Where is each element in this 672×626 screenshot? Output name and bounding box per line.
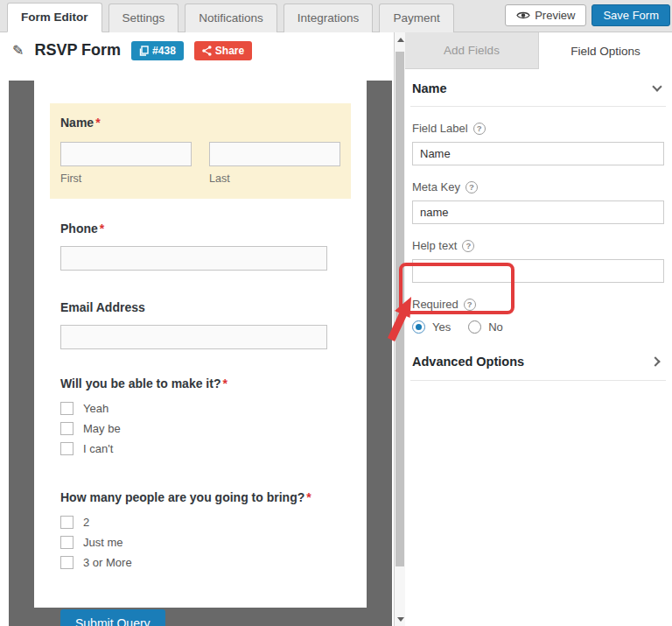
phone-input[interactable] — [60, 246, 327, 271]
checkbox-maybe[interactable] — [60, 422, 74, 435]
tab-payment[interactable]: Payment — [379, 4, 453, 32]
checkbox-cant-label: I can't — [83, 442, 113, 455]
edit-pencil-icon[interactable]: ✎ — [12, 42, 24, 59]
required-label: Required — [412, 298, 458, 311]
field-section-title: Name — [412, 81, 447, 95]
field-attendance[interactable]: Will you be able to make it?* Yeah May b… — [60, 376, 340, 455]
required-asterisk: * — [95, 116, 100, 130]
tab-integrations[interactable]: Integrations — [284, 4, 374, 32]
preview-scrollbar[interactable] — [394, 32, 405, 626]
help-icon[interactable]: ? — [464, 299, 476, 311]
checkbox-justme-label: Just me — [83, 536, 123, 549]
field-people-count[interactable]: How many people are you going to bring?*… — [60, 490, 340, 569]
phone-field-label-text: Phone — [60, 222, 98, 236]
last-name-sublabel: Last — [209, 172, 340, 185]
form-editor-workspace: ✎ RSVP Form #438 — [0, 32, 394, 626]
checkbox-option-row: Just me — [60, 535, 340, 549]
checkbox-threeormore-label: 3 or More — [83, 556, 132, 569]
scrollbar-up-arrow[interactable] — [397, 38, 404, 42]
preview-button[interactable]: Preview — [505, 4, 586, 26]
required-yes-label: Yes — [432, 320, 451, 334]
checkbox-threeormore[interactable] — [60, 556, 74, 569]
required-asterisk: * — [222, 376, 227, 390]
tab-form-editor[interactable]: Form Editor — [7, 3, 102, 32]
checkbox-maybe-label: May be — [83, 422, 121, 435]
copy-icon — [139, 46, 149, 56]
first-name-sublabel: First — [60, 172, 192, 185]
name-field-label: Name* — [60, 116, 340, 130]
scrollbar-thumb[interactable] — [396, 52, 404, 566]
field-name-selected[interactable]: Name* First Last — [50, 103, 351, 199]
advanced-options-title: Advanced Options — [412, 355, 524, 369]
help-text-group: Help text ? — [410, 239, 666, 283]
email-input[interactable] — [60, 325, 327, 349]
checkbox-yeah-label: Yeah — [83, 402, 108, 415]
share-button-label: Share — [215, 45, 244, 57]
checkbox-option-row: I can't — [60, 441, 340, 455]
form-title: RSVP Form — [34, 41, 121, 60]
attendance-field-label-text: Will you be able to make it? — [60, 376, 220, 390]
field-section-header[interactable]: Name — [410, 80, 666, 107]
people-field-label: How many people are you going to bring?* — [60, 490, 340, 504]
tab-notifications[interactable]: Notifications — [185, 4, 277, 32]
help-text-input[interactable] — [412, 259, 664, 283]
chevron-down-icon — [652, 81, 662, 91]
checkbox-yeah[interactable] — [60, 402, 74, 415]
first-name-input[interactable] — [60, 142, 192, 166]
required-no-radio[interactable] — [468, 320, 481, 334]
share-icon — [202, 46, 212, 56]
meta-key-group: Meta Key ? — [410, 180, 666, 224]
help-text-label: Help text — [412, 239, 457, 252]
form-id-badge[interactable]: #438 — [131, 41, 184, 60]
attendance-field-label: Will you be able to make it?* — [60, 376, 340, 390]
field-label-input[interactable] — [412, 142, 664, 165]
required-asterisk: * — [306, 490, 311, 504]
last-name-input[interactable] — [209, 142, 340, 166]
tab-settings[interactable]: Settings — [108, 4, 179, 32]
preview-button-label: Preview — [535, 9, 575, 22]
phone-field-label: Phone* — [60, 222, 340, 236]
form-title-row: ✎ RSVP Form #438 — [0, 32, 394, 68]
name-field-label-text: Name — [60, 116, 94, 130]
checkbox-option-row: 3 or More — [60, 555, 340, 569]
scrollbar-down-arrow[interactable] — [397, 617, 404, 622]
form-preview-stage: Name* First Last — [9, 81, 392, 626]
meta-key-input[interactable] — [412, 200, 664, 224]
checkbox-option-row: 2 — [60, 515, 340, 529]
field-options-panel: Add Fields Field Options Name Field Labe… — [405, 32, 672, 626]
required-yes-radio[interactable] — [412, 320, 425, 334]
advanced-options-header[interactable]: Advanced Options — [410, 353, 666, 381]
form-preview-card: Name* First Last — [34, 81, 367, 608]
required-group: Required ? Yes No — [410, 298, 666, 334]
submit-query-button[interactable]: Submit Query — [60, 609, 165, 626]
field-label-group: Field Label ? — [410, 122, 666, 165]
required-no-label: No — [488, 320, 503, 334]
field-label-label: Field Label — [412, 122, 468, 135]
top-tab-bar: Form Editor Settings Notifications Integ… — [0, 0, 672, 32]
field-email[interactable]: Email Address — [60, 300, 340, 349]
help-icon[interactable]: ? — [466, 181, 478, 193]
checkbox-two-label: 2 — [83, 516, 89, 529]
save-form-button[interactable]: Save Form — [592, 4, 670, 26]
tab-field-options[interactable]: Field Options — [539, 32, 672, 69]
meta-key-label: Meta Key — [412, 180, 460, 193]
help-icon[interactable]: ? — [462, 240, 474, 252]
field-phone[interactable]: Phone* — [60, 222, 340, 271]
checkbox-option-row: May be — [60, 421, 340, 435]
eye-icon — [516, 11, 530, 20]
help-icon[interactable]: ? — [473, 123, 486, 135]
checkbox-cant[interactable] — [60, 442, 74, 455]
share-button[interactable]: Share — [194, 41, 252, 60]
people-field-label-text: How many people are you going to bring? — [60, 490, 304, 504]
checkbox-justme[interactable] — [60, 536, 74, 549]
form-id-label: #438 — [152, 45, 176, 57]
chevron-right-icon — [650, 356, 660, 366]
checkbox-option-row: Yeah — [60, 401, 340, 415]
required-asterisk: * — [100, 222, 104, 236]
checkbox-two[interactable] — [60, 516, 74, 529]
tab-add-fields[interactable]: Add Fields — [405, 32, 539, 69]
main-tabs: Form Editor Settings Notifications Integ… — [0, 2, 460, 32]
email-field-label: Email Address — [60, 300, 340, 314]
